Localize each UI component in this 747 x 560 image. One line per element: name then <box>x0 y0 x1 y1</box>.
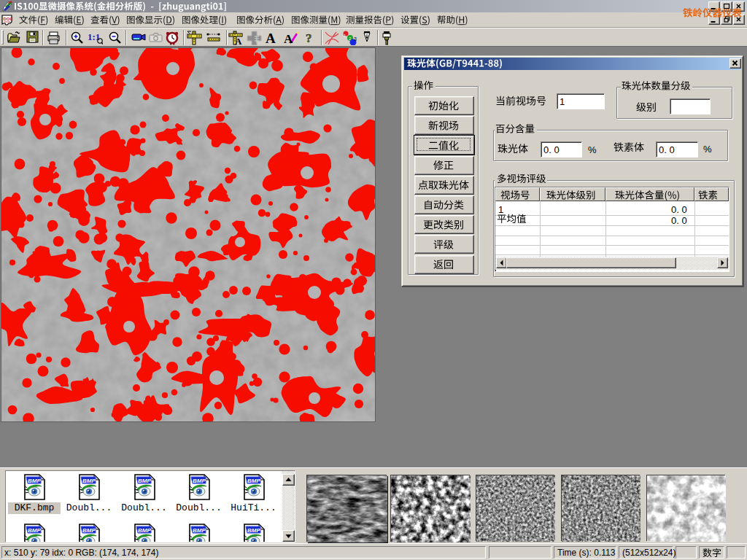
svg-text:3: 3 <box>354 36 357 42</box>
svg-text:BMP: BMP <box>28 478 41 484</box>
svg-text:BMP: BMP <box>193 478 206 484</box>
svg-text:BMP: BMP <box>82 478 96 484</box>
svg-text:DOC: DOC <box>4 17 14 21</box>
svg-text:BMP: BMP <box>138 527 151 534</box>
svg-text:A: A <box>266 31 276 45</box>
svg-text:?: ? <box>306 31 312 45</box>
svg-text:BMP: BMP <box>193 527 206 534</box>
svg-text:BMP: BMP <box>247 527 260 534</box>
svg-text:BMP: BMP <box>138 478 151 484</box>
svg-text:A: A <box>235 36 242 45</box>
svg-text:A: A <box>284 32 293 45</box>
svg-text:BMP: BMP <box>82 527 96 534</box>
svg-text:1:1: 1:1 <box>88 31 100 42</box>
svg-text:BMP: BMP <box>28 527 41 534</box>
svg-text:BMP: BMP <box>247 478 260 484</box>
